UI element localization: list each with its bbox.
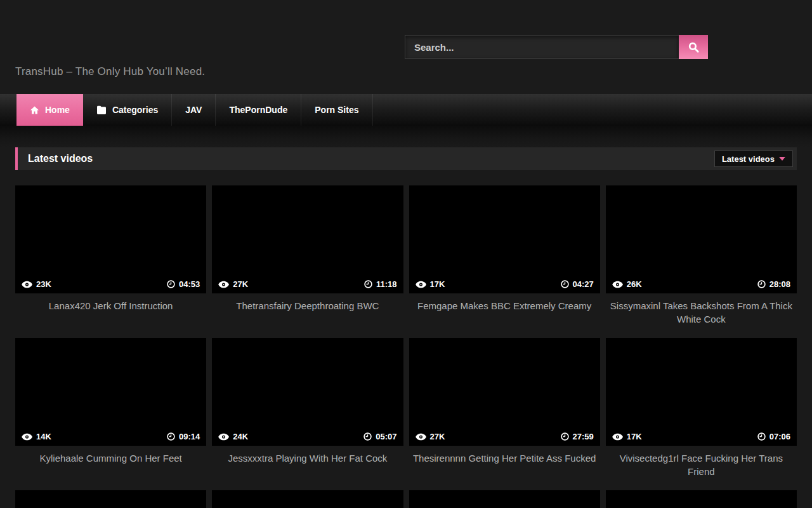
video-meta: 27K 11:18 (212, 276, 403, 293)
clock-icon (167, 432, 175, 441)
video-card: 27K 27:59 Thesirennnn Getting Her Petite… (409, 338, 600, 484)
clock-icon (364, 280, 372, 288)
video-views: 27K (218, 279, 248, 289)
nav-item-label: ThePornDude (229, 105, 287, 115)
views-count: 26K (627, 279, 642, 289)
video-card: 17K 07:06 Vivisectedg1rl Face Fucking He… (606, 338, 797, 484)
video-duration: 07:06 (757, 432, 790, 441)
video-views: 23K (22, 279, 51, 289)
video-meta: 17K 04:27 (409, 276, 600, 293)
video-duration: 05:07 (363, 432, 396, 441)
video-thumbnail[interactable] (212, 490, 403, 508)
video-meta: 27K 27:59 (409, 428, 600, 446)
video-title[interactable]: Sissymaxinl Takes Backshots From A Thick… (606, 293, 797, 331)
eye-icon (416, 281, 426, 288)
nav-item-theporndude[interactable]: ThePornDude (216, 94, 301, 126)
eye-icon (218, 281, 229, 288)
views-count: 17K (627, 432, 642, 441)
video-duration: 04:27 (561, 279, 594, 289)
video-grid: 23K 04:53 Lanax420 Jerk Off Instruction (15, 185, 797, 508)
video-thumbnail[interactable] (15, 490, 206, 508)
search-input[interactable] (405, 35, 679, 59)
video-title[interactable]: Thetransfairy Deepthroating BWC (212, 293, 403, 331)
video-title[interactable]: Lanax420 Jerk Off Instruction (15, 293, 206, 331)
video-views: 14K (22, 432, 51, 441)
views-count: 27K (430, 432, 445, 441)
search-bar (405, 35, 708, 59)
folder-icon (96, 105, 107, 114)
nav-item-label: Porn Sites (315, 105, 358, 115)
video-meta: 17K 07:06 (606, 428, 797, 446)
nav-item-label: Home (45, 105, 70, 115)
video-thumbnail[interactable]: 17K 07:06 (606, 338, 797, 446)
section-header: Latest videos Latest videos (15, 147, 797, 170)
video-duration: 09:14 (167, 432, 200, 441)
video-duration: 04:53 (167, 279, 200, 289)
video-thumbnail[interactable] (409, 490, 600, 508)
video-views: 17K (416, 279, 445, 289)
video-thumbnail[interactable]: 27K 11:18 (212, 185, 403, 293)
video-card (606, 490, 797, 508)
nav-item-porn-sites[interactable]: Porn Sites (301, 94, 372, 126)
video-thumbnail[interactable]: 26K 28:08 (606, 185, 797, 293)
video-duration: 11:18 (364, 279, 397, 289)
section-title: Latest videos (28, 153, 93, 164)
duration-value: 05:07 (376, 432, 396, 441)
duration-value: 04:27 (573, 279, 594, 289)
video-card (15, 490, 206, 508)
video-title[interactable]: Vivisectedg1rl Face Fucking Her Trans Fr… (606, 446, 797, 484)
duration-value: 11:18 (376, 279, 397, 289)
duration-value: 07:06 (769, 432, 790, 441)
video-thumbnail[interactable]: 14K 09:14 (15, 338, 206, 446)
video-meta: 24K 05:07 (212, 428, 403, 446)
views-count: 24K (233, 432, 248, 441)
clock-icon (167, 280, 175, 288)
eye-icon (218, 433, 229, 441)
video-thumbnail[interactable]: 17K 04:27 (409, 185, 600, 293)
nav-item-home[interactable]: Home (16, 94, 83, 126)
video-card: 17K 04:27 Femgape Makes BBC Extremely Cr… (409, 185, 600, 331)
video-thumbnail[interactable]: 24K 05:07 (212, 338, 403, 446)
clock-icon (561, 432, 569, 441)
video-meta: 23K 04:53 (15, 276, 206, 293)
video-duration: 28:08 (757, 279, 790, 289)
nav-item-categories[interactable]: Categories (83, 94, 172, 126)
video-card (409, 490, 600, 508)
eye-icon (416, 433, 426, 441)
search-icon (688, 41, 700, 53)
clock-icon (561, 280, 569, 288)
views-count: 23K (36, 279, 51, 289)
video-meta: 26K 28:08 (606, 276, 797, 293)
header: TransHub – The Only Hub You’ll Need. (0, 0, 812, 94)
duration-value: 09:14 (179, 432, 200, 441)
video-thumbnail[interactable]: 23K 04:53 (15, 185, 206, 293)
video-card: 26K 28:08 Sissymaxinl Takes Backshots Fr… (606, 185, 797, 331)
video-views: 27K (416, 432, 445, 441)
clock-icon (757, 280, 766, 288)
video-title[interactable]: Femgape Makes BBC Extremely Creamy (409, 293, 600, 331)
nav-item-jav[interactable]: JAV (172, 94, 216, 126)
video-duration: 27:59 (561, 432, 594, 441)
video-meta: 14K 09:14 (15, 428, 206, 446)
video-thumbnail[interactable] (606, 490, 797, 508)
clock-icon (363, 432, 372, 441)
nav-shadow (0, 126, 812, 147)
clock-icon (757, 432, 766, 441)
search-button[interactable] (679, 35, 708, 59)
video-card (212, 490, 403, 508)
eye-icon (612, 433, 623, 441)
video-card: 24K 05:07 Jessxxxtra Playing With Her Fa… (212, 338, 403, 484)
video-title[interactable]: Kyliehaale Cumming On Her Feet (15, 446, 206, 484)
home-icon (30, 105, 39, 115)
main-nav: Home Categories JAV ThePornDude Porn Sit… (0, 94, 812, 126)
video-thumbnail[interactable]: 27K 27:59 (409, 338, 600, 446)
views-count: 27K (233, 279, 248, 289)
caret-down-icon (779, 157, 785, 161)
video-title[interactable]: Jessxxxtra Playing With Her Fat Cock (212, 446, 403, 484)
sort-dropdown[interactable]: Latest videos (714, 150, 793, 167)
video-title[interactable]: Thesirennnn Getting Her Petite Ass Fucke… (409, 446, 600, 484)
eye-icon (612, 281, 623, 288)
eye-icon (22, 433, 32, 441)
video-card: 23K 04:53 Lanax420 Jerk Off Instruction (15, 185, 206, 331)
video-views: 26K (612, 279, 642, 289)
